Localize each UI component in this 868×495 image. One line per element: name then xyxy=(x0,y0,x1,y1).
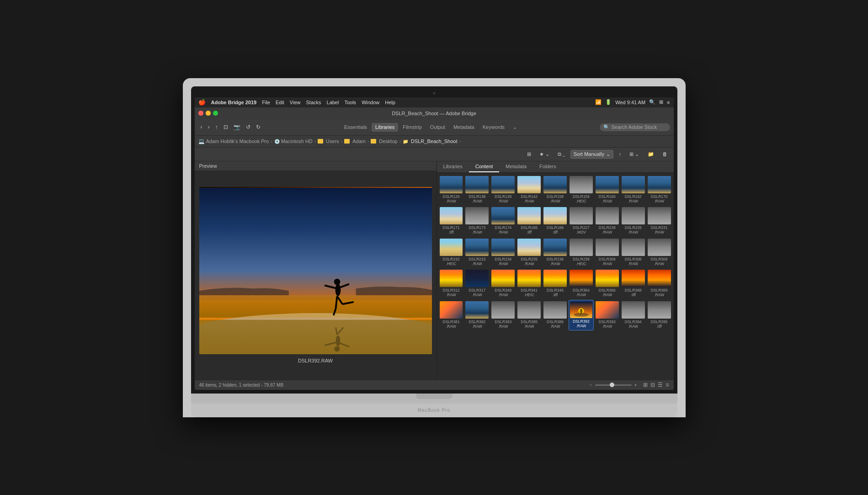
thumbnail-item[interactable]: DSLR173 .RAW xyxy=(464,206,490,236)
label-menu[interactable]: Label xyxy=(327,100,339,105)
thumbnail-item[interactable]: DSLR312 .RAW xyxy=(439,268,464,299)
thumbnail-item[interactable]: DSLR170 .RAW xyxy=(647,175,672,205)
thumbnail-item[interactable]: DSLR393 .RAW xyxy=(595,300,620,330)
thumbnail-item[interactable]: DSLR160 .RAW xyxy=(595,175,620,205)
thumbnail-item[interactable]: DSLR306 .RAW xyxy=(595,237,620,268)
search-input[interactable] xyxy=(612,124,666,130)
zoom-minus[interactable]: − xyxy=(590,383,592,388)
tab-content[interactable]: Content xyxy=(469,161,500,172)
thumbnail-item[interactable]: DSLR386 .RAW xyxy=(543,300,568,330)
thumbnail-item[interactable]: DSLR171 .tiff xyxy=(439,206,464,236)
view-grid-icon[interactable]: ⊞ xyxy=(643,382,648,388)
view-list-icon[interactable]: ☰ xyxy=(658,382,663,388)
breadcrumb-shoot[interactable]: 📁 DSLR_Beach_Shoot xyxy=(403,138,458,144)
thumbnail-item[interactable]: DSLR381 .RAW xyxy=(439,300,464,330)
minimize-button[interactable] xyxy=(206,111,211,116)
thumbnail-item[interactable]: DSLR395 .tiff xyxy=(647,300,672,330)
thumbnail-item[interactable]: DSLR341 .HEIC xyxy=(517,268,542,299)
window-menu[interactable]: Window xyxy=(362,100,379,105)
thumbnail-item[interactable]: DSLR120 .RAW xyxy=(439,175,464,205)
filter-button[interactable]: ⊞ xyxy=(524,150,534,158)
view-detail-icon[interactable]: ≡ xyxy=(666,382,669,388)
edit-menu[interactable]: Edit xyxy=(276,100,284,105)
thumbnail-item[interactable]: DSLR239 .HEIC xyxy=(569,237,594,268)
tab-libraries[interactable]: Libraries xyxy=(372,123,398,132)
thumbnail-item[interactable]: DSLR232 .HEIC xyxy=(439,237,464,268)
notification-icon[interactable]: ≡ xyxy=(667,100,670,105)
stacks-menu[interactable]: Stacks xyxy=(306,100,321,105)
view-options-button[interactable]: ⊞ ⌄ xyxy=(627,150,642,158)
sync-button[interactable]: ↻ xyxy=(254,122,263,132)
zoom-plus[interactable]: + xyxy=(634,383,637,388)
forward-button[interactable]: › xyxy=(206,122,212,132)
breadcrumb-users[interactable]: Users xyxy=(318,138,339,144)
thumbnail-item[interactable]: DSLR392 .RAW xyxy=(569,300,594,330)
thumbnail-item[interactable]: DSLR369 .RAW xyxy=(647,268,672,299)
tab-folders[interactable]: Folders xyxy=(533,161,563,172)
tools-menu[interactable]: Tools xyxy=(344,100,356,105)
breadcrumb-hd[interactable]: 💿 Macintosh HD xyxy=(274,138,313,144)
tab-libraries-content[interactable]: Libraries xyxy=(437,161,469,172)
workspace-chevron[interactable]: ⌄ xyxy=(509,123,521,132)
thumbnail-item[interactable]: DSLR394 .RAW xyxy=(621,300,646,330)
thumbnail-item[interactable]: DSLR236 .RAW xyxy=(543,237,568,268)
maximize-button[interactable] xyxy=(213,111,218,116)
view-menu[interactable]: View xyxy=(290,100,301,105)
tab-essentials[interactable]: Essentials xyxy=(341,123,371,132)
refresh-button[interactable]: ↺ xyxy=(244,122,253,132)
tab-metadata-content[interactable]: Metadata xyxy=(499,161,533,172)
thumbnail-item[interactable]: DSLR234 .RAW xyxy=(490,237,516,268)
filter-star-button[interactable]: ★ ⌄ xyxy=(537,150,552,158)
thumbnail-item[interactable]: DSLR345 .tiff xyxy=(543,268,568,299)
thumbnail-item[interactable]: DSLR158 .RAW xyxy=(543,175,568,205)
breadcrumb-adam[interactable]: Adam xyxy=(344,138,366,144)
thumbnail-item[interactable]: DSLR186 .tiff xyxy=(543,206,568,236)
sort-order-button[interactable]: ↑ xyxy=(616,150,624,158)
thumbnail-item[interactable]: DSLR366 .RAW xyxy=(595,268,620,299)
file-menu[interactable]: File xyxy=(262,100,270,105)
thumbnail-item[interactable]: DSLR383 .RAW xyxy=(490,300,516,330)
thumbnail-item[interactable]: DSLR174 .RAW xyxy=(490,206,516,236)
thumbnail-item[interactable]: DSLR364 .RAW xyxy=(569,268,594,299)
thumbnail-item[interactable]: DSLR162 .RAW xyxy=(621,175,646,205)
help-menu[interactable]: Help xyxy=(385,100,395,105)
app-name-menu[interactable]: Adobe Bridge 2019 xyxy=(211,100,257,105)
new-folder-button[interactable]: 📁 xyxy=(645,150,657,158)
sort-dropdown[interactable]: Sort Manually ⌄ xyxy=(570,150,613,159)
thumbnail-item[interactable]: DSLR233 .RAW xyxy=(464,237,490,268)
thumbnail-item[interactable]: DSLR382 .RAW xyxy=(464,300,490,330)
zoom-slider[interactable] xyxy=(595,384,632,386)
tab-metadata[interactable]: Metadata xyxy=(450,123,478,132)
thumbnail-item[interactable]: DSLR138 .RAW xyxy=(464,175,490,205)
thumbnail-item[interactable]: DSLR227 .MOV xyxy=(569,206,594,236)
thumbnail-item[interactable]: DSLR185 .tiff xyxy=(517,206,542,236)
tab-keywords[interactable]: Keywords xyxy=(479,123,508,132)
thumbnail-item[interactable]: DSLR235 .RAW xyxy=(517,237,542,268)
apple-menu[interactable]: 🍎 xyxy=(198,99,206,106)
thumbnail-item[interactable]: DSLR340 .RAW xyxy=(490,268,516,299)
thumbnail-item[interactable]: DSLR159 .HEIC xyxy=(569,175,594,205)
thumbnail-item[interactable]: DSLR139 .RAW xyxy=(490,175,516,205)
thumbnail-item[interactable]: DSLR229 .RAW xyxy=(621,206,646,236)
view-medium-icon[interactable]: ⊟ xyxy=(650,382,655,388)
search-icon[interactable]: 🔍 xyxy=(649,99,655,105)
thumbnail-item[interactable]: DSLR385 .RAW xyxy=(517,300,542,330)
camera-button[interactable]: 📷 xyxy=(231,122,243,132)
reveal-button[interactable]: ⊡ xyxy=(221,122,230,132)
thumbnail-item[interactable]: DSLR228 .RAW xyxy=(595,206,620,236)
filter-options-button[interactable]: ⧉ ⌄ xyxy=(555,150,568,158)
breadcrumb-desktop[interactable]: Desktop xyxy=(371,138,397,144)
thumbnail-item[interactable]: DSLR308 .RAW xyxy=(621,237,646,268)
up-button[interactable]: ↑ xyxy=(213,122,220,132)
thumbnail-item[interactable]: DSLR231 .RAW xyxy=(647,206,672,236)
tab-output[interactable]: Output xyxy=(426,123,449,132)
close-button[interactable] xyxy=(198,111,203,116)
tab-filmstrip[interactable]: Filmstrip xyxy=(399,123,426,132)
thumbnail-item[interactable]: DSLR142 .RAW xyxy=(517,175,542,205)
thumbnail-item[interactable]: DSLR368 .tiff xyxy=(621,268,646,299)
back-button[interactable]: ‹ xyxy=(198,122,205,132)
delete-button[interactable]: 🗑 xyxy=(660,150,670,158)
breadcrumb-macbook[interactable]: 💻 Adam Hoblik's Macbook Pro xyxy=(198,138,269,144)
thumbnail-item[interactable]: DSLR317 .RAW xyxy=(464,268,490,299)
control-center-icon[interactable]: ⊞ xyxy=(659,99,663,105)
